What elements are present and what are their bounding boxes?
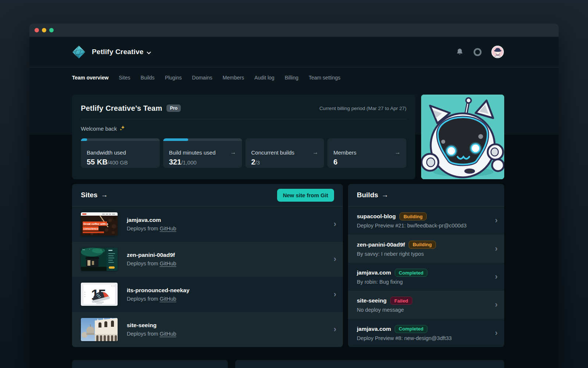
stat-concurrent-builds[interactable]: Concurrent builds→ 2/3: [245, 138, 325, 168]
github-link[interactable]: GitHub: [159, 331, 176, 337]
site-thumbnail-coffee: Great coffee with a conscience: [81, 212, 118, 236]
status-badge: Building: [399, 212, 427, 220]
build-row-jamjava-2[interactable]: jamjava.com Completed Deploy Preview #8:…: [348, 319, 504, 347]
sites-heading-link[interactable]: Sites →: [81, 191, 108, 199]
mascot-card: [421, 95, 504, 179]
stat-members[interactable]: Members→ 6: [327, 138, 406, 168]
sparkles-icon: [119, 125, 125, 132]
nav-billing[interactable]: Billing: [285, 75, 298, 81]
site-thumbnail-sneaker: 15: [81, 283, 118, 306]
chevron-right-icon: ›: [495, 301, 498, 309]
stat-value: 321: [169, 158, 181, 166]
minimize-button[interactable]: [42, 28, 46, 32]
arrow-right-icon: →: [101, 191, 108, 199]
build-minutes-progress-fill: [163, 138, 189, 141]
user-avatar[interactable]: [491, 46, 504, 58]
chevron-right-icon: ›: [495, 329, 498, 337]
welcome-text: Welcome back: [81, 125, 117, 132]
arrow-right-icon: →: [395, 149, 401, 156]
svg-text:Great coffee with a: Great coffee with a: [83, 222, 108, 226]
sites-panel: Sites → New site from Git: [72, 184, 343, 347]
builds-heading: Builds: [357, 191, 378, 199]
app-window: Petlify Creative: [29, 24, 559, 368]
status-badge: Failed: [390, 297, 412, 305]
stat-build-minutes[interactable]: Build minutes used→ 321/1,000: [163, 138, 242, 168]
deploys-from-label: Deploys from: [127, 261, 158, 266]
build-row-jamjava-1[interactable]: jamjava.com Completed By robin: Bug fixi…: [348, 263, 504, 291]
build-site-name: jamjava.com: [357, 269, 391, 276]
github-link[interactable]: GitHub: [159, 296, 176, 302]
nav-audit-log[interactable]: Audit log: [254, 75, 274, 81]
deploys-from-label: Deploys from: [127, 331, 158, 337]
site-name: jamjava.com: [127, 217, 176, 223]
build-message: By robin: Bug fixing: [357, 279, 427, 285]
arrow-right-icon: →: [312, 149, 318, 156]
stat-value: 6: [333, 158, 337, 166]
build-site-name: jamjava.com: [357, 326, 391, 332]
status-badge: Building: [409, 241, 436, 249]
site-row-zen-panini[interactable]: bw zen-panini-00ad9f Deploys from GitHub…: [72, 242, 343, 277]
app-logo-icon[interactable]: [72, 45, 86, 59]
deploys-from-label: Deploys from: [127, 226, 158, 231]
nav-domains[interactable]: Domains: [192, 75, 212, 81]
close-button[interactable]: [35, 28, 39, 32]
chevron-down-icon[interactable]: [147, 49, 151, 56]
build-row-supacool-blog[interactable]: supacool-blog Building Deploy Preview #2…: [348, 206, 504, 234]
builds-heading-link[interactable]: Builds →: [357, 191, 388, 199]
sites-list: Great coffee with a conscience jamjava.c…: [72, 206, 343, 347]
build-site-name: site-seeing: [357, 297, 387, 304]
site-thumbnail-venice: [81, 318, 118, 341]
overview-divider: [81, 119, 406, 119]
notifications-bell-icon[interactable]: [456, 48, 464, 56]
bottom-left-card-partial: [72, 360, 228, 368]
site-row-site-seeing[interactable]: site-seeing Deploys from GitHub ›: [72, 312, 343, 347]
site-thumbnail-cabin: bw: [81, 248, 118, 271]
team-nav: Team overview Sites Builds Plugins Domai…: [72, 67, 340, 88]
robot-cat-mascot-illustration: [421, 95, 504, 179]
build-row-zen-panini[interactable]: zen-panini-00ad9f Building By savvy: I n…: [348, 234, 504, 262]
site-row-jamjava[interactable]: Great coffee with a conscience jamjava.c…: [72, 206, 343, 242]
github-link[interactable]: GitHub: [159, 226, 176, 231]
build-message: No deploy message: [357, 307, 412, 313]
usage-stats: Bandwidth used 55 KB/400 GB Build minute…: [81, 138, 406, 168]
github-link[interactable]: GitHub: [159, 261, 176, 266]
sites-heading: Sites: [81, 191, 97, 199]
build-minutes-progress-track: [163, 138, 242, 141]
nav-team-overview[interactable]: Team overview: [72, 75, 108, 81]
stat-label: Members: [333, 149, 356, 156]
chevron-right-icon: ›: [334, 325, 336, 333]
status-badge: Completed: [395, 325, 427, 333]
chevron-right-icon: ›: [334, 220, 336, 228]
nav-builds[interactable]: Builds: [140, 75, 154, 81]
chevron-right-icon: ›: [495, 216, 498, 224]
stat-suffix: /400 GB: [108, 159, 128, 166]
build-message: Deploy Preview #8: new-design@3dft33: [357, 335, 452, 341]
billing-period: Current billing period (Mar 27 to Apr 27…: [319, 106, 406, 111]
build-row-site-seeing[interactable]: site-seeing Failed No deploy message ›: [348, 291, 504, 319]
svg-text:conscience: conscience: [83, 227, 98, 230]
stat-bandwidth[interactable]: Bandwidth used 55 KB/400 GB: [81, 138, 160, 168]
chevron-right-icon: ›: [495, 245, 498, 253]
stat-suffix: /1,000: [181, 159, 197, 166]
status-ring-icon[interactable]: [473, 47, 482, 57]
svg-text:bw: bw: [82, 249, 85, 251]
nav-plugins[interactable]: Plugins: [165, 75, 182, 81]
nav-sites[interactable]: Sites: [119, 75, 130, 81]
bottom-right-card-partial: [235, 360, 504, 368]
stat-value: 55 KB: [87, 158, 108, 166]
site-name: its-pronounced-neekay: [127, 287, 190, 294]
nav-members[interactable]: Members: [223, 75, 244, 81]
chevron-right-icon: ›: [334, 255, 336, 263]
stat-label: Concurrent builds: [251, 149, 295, 156]
zoom-button[interactable]: [49, 28, 54, 32]
nav-team-settings[interactable]: Team settings: [309, 75, 340, 81]
build-message: By savvy: I neber right typos: [357, 251, 436, 257]
team-switcher[interactable]: Petlify Creative: [92, 48, 144, 56]
bandwidth-progress-fill: [81, 138, 87, 141]
site-name: zen-panini-00ad9f: [127, 252, 176, 258]
arrow-right-icon: →: [230, 149, 236, 156]
arrow-right-icon: →: [381, 191, 388, 199]
team-overview-card: Petlify Creative’s Team Pro Current bill…: [72, 95, 415, 179]
new-site-from-git-button[interactable]: New site from Git: [277, 189, 334, 202]
site-row-neekay[interactable]: 15 its-pronounced-neekay Deploys from G: [72, 277, 343, 312]
